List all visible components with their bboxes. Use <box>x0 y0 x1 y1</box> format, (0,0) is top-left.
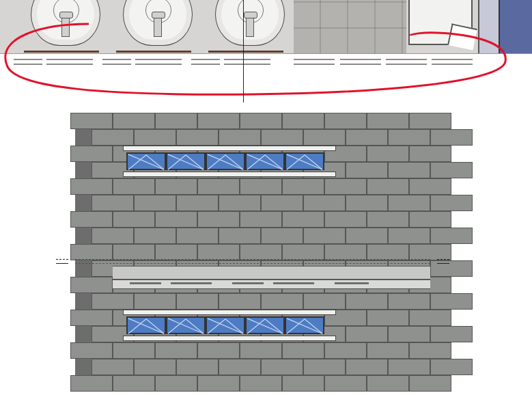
brick <box>176 359 219 375</box>
brick <box>176 129 219 146</box>
brick <box>388 293 430 310</box>
floor-slot <box>102 64 131 65</box>
partition-right <box>499 0 532 53</box>
brick <box>303 359 346 375</box>
brick <box>155 375 197 392</box>
floor-slot <box>386 64 427 65</box>
floor-slot <box>14 64 42 65</box>
brick <box>367 310 409 326</box>
brick <box>324 178 367 195</box>
window-pane <box>285 316 324 334</box>
brick <box>197 113 240 129</box>
window-row <box>126 152 330 170</box>
wash-basin <box>24 0 106 38</box>
brick <box>134 359 176 375</box>
floor-slot <box>432 59 473 60</box>
level-tick <box>437 263 449 264</box>
brick <box>176 195 219 211</box>
cad-viewport[interactable] <box>0 0 532 395</box>
brick <box>346 162 388 178</box>
wash-basin <box>116 0 198 38</box>
window-head <box>123 310 336 315</box>
brick <box>261 359 303 375</box>
brick <box>240 113 282 129</box>
brick <box>240 178 282 195</box>
brick <box>155 211 197 228</box>
brick <box>70 244 113 260</box>
brick <box>92 359 134 375</box>
brick <box>346 293 388 310</box>
faucet-icon <box>61 15 70 37</box>
brick <box>70 146 113 162</box>
window-pane <box>206 152 245 170</box>
floor-slot <box>191 59 220 60</box>
window-pane <box>126 316 166 334</box>
elevation-view[interactable] <box>75 113 430 386</box>
brick <box>70 310 113 326</box>
brick <box>303 129 346 146</box>
slot-band <box>113 280 430 289</box>
brick <box>346 129 388 146</box>
brick <box>430 359 473 375</box>
window-sill <box>123 336 336 341</box>
brick <box>346 359 388 375</box>
brick <box>388 162 430 178</box>
window-pane <box>126 152 166 170</box>
level-line <box>75 259 430 260</box>
brick <box>155 178 197 195</box>
level-line <box>75 263 430 264</box>
brick <box>155 113 197 129</box>
floor-slot <box>224 59 270 60</box>
brick <box>113 244 155 260</box>
floor-slot <box>340 64 381 65</box>
brick <box>388 326 430 342</box>
brick <box>367 113 409 129</box>
floor-band <box>113 266 430 280</box>
brick <box>346 195 388 211</box>
brick <box>70 375 113 392</box>
brick <box>240 375 282 392</box>
floor-slot <box>294 59 335 60</box>
brick <box>197 342 240 359</box>
floor-slot <box>102 59 131 60</box>
brick <box>282 178 324 195</box>
brick <box>134 195 176 211</box>
brick <box>430 129 473 146</box>
floor-slot <box>386 59 427 60</box>
brick <box>261 293 303 310</box>
wash-basin <box>208 0 290 38</box>
brick <box>409 375 451 392</box>
window-pane <box>245 316 285 334</box>
brick <box>430 195 473 211</box>
brick <box>282 244 324 260</box>
floor-slot <box>116 51 191 53</box>
brick <box>155 244 197 260</box>
brick <box>324 244 367 260</box>
brick <box>219 129 261 146</box>
brick <box>219 359 261 375</box>
brick <box>367 244 409 260</box>
floor-slot <box>340 59 381 60</box>
brick <box>367 342 409 359</box>
brick <box>409 244 451 260</box>
brick <box>219 195 261 211</box>
level-tick <box>437 259 449 260</box>
brick <box>388 359 430 375</box>
window-pane <box>206 316 245 334</box>
plan-view[interactable] <box>0 0 532 79</box>
brick <box>134 228 176 244</box>
brick <box>324 211 367 228</box>
brick <box>261 195 303 211</box>
section-line <box>243 0 244 103</box>
brick <box>388 195 430 211</box>
brick <box>367 178 409 195</box>
brick <box>324 342 367 359</box>
brick <box>113 342 155 359</box>
floor-slot <box>46 59 93 60</box>
brick <box>282 375 324 392</box>
brick <box>303 228 346 244</box>
window-row <box>126 316 330 334</box>
brick <box>430 162 473 178</box>
brick <box>70 178 113 195</box>
linear-slot <box>273 282 314 284</box>
